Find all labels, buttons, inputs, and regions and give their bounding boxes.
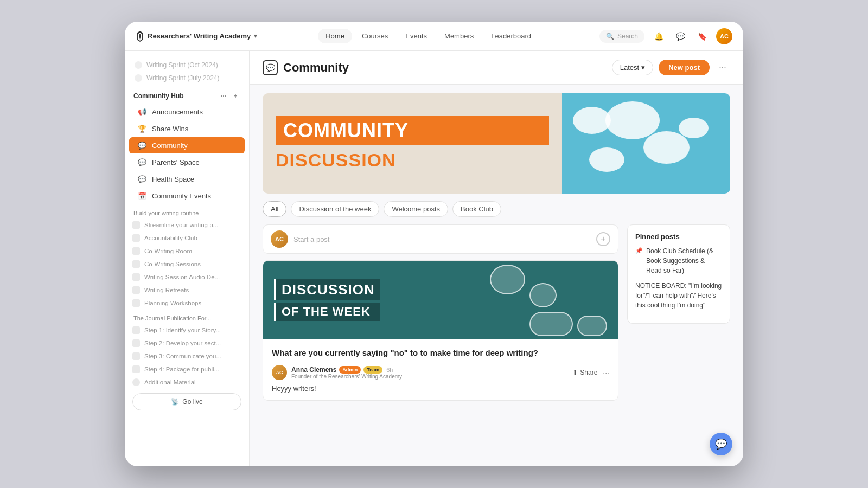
faded-item-icon-0 (135, 61, 142, 69)
nav-center: Home Courses Events Members Leaderboard (268, 29, 589, 43)
journal-sub-3[interactable]: Step 4: Package for publi... (125, 363, 249, 376)
faded-item-1[interactable]: Writing Sprint (July 2024) (130, 72, 244, 85)
author-name-row: Anna Clemens Admin Team 6h (291, 366, 402, 374)
share-wins-icon: 🏆 (138, 124, 146, 133)
bookmark-icon[interactable]: 🔖 (694, 29, 710, 44)
faded-item-icon-1 (135, 74, 142, 82)
journal-sub-2[interactable]: Step 3: Communicate you... (125, 350, 249, 363)
user-avatar[interactable]: AC (716, 28, 732, 44)
notifications-bell[interactable]: 🔔 (651, 29, 666, 44)
sub-item-0[interactable]: Streamline your writing p... (125, 219, 249, 232)
start-post-input[interactable]: AC Start a post + (263, 224, 618, 254)
tab-welcome[interactable]: Welcome posts (384, 201, 448, 217)
sidebar-item-share-wins[interactable]: 🏆 Share Wins (129, 120, 245, 137)
journal-sub-4[interactable]: Additional Material (125, 376, 249, 389)
sub-item-4[interactable]: Writing Session Audio De... (125, 271, 249, 284)
sidebar: Writing Sprint (Oct 2024) Writing Sprint… (125, 51, 250, 466)
journal-sub-0[interactable]: Step 1: Identify your Story... (125, 324, 249, 337)
faded-items: Writing Sprint (Oct 2024) Writing Sprint… (125, 56, 249, 87)
go-live-button[interactable]: 📡 Go live (132, 393, 241, 410)
community-hub-header: Community Hub ··· + (125, 87, 249, 103)
nav-members[interactable]: Members (437, 29, 481, 43)
more-options-button[interactable]: ··· (715, 60, 730, 75)
brand[interactable]: Researchers' Writing Academy ▾ (136, 31, 257, 42)
sub-item-text-4: Writing Session Audio De... (144, 274, 220, 280)
nav-courses[interactable]: Courses (354, 29, 395, 43)
brand-chevron: ▾ (254, 33, 257, 40)
sidebar-item-events[interactable]: 📅 Community Events (129, 188, 245, 204)
nav-events[interactable]: Events (398, 29, 435, 43)
sub-item-5[interactable]: Writing Retreats (125, 284, 249, 297)
author-role: Founder of the Researchers' Writing Acad… (291, 374, 402, 380)
author-name: Anna Clemens (291, 366, 336, 374)
sidebar-item-parents[interactable]: 💬 Parents' Space (129, 154, 245, 170)
brand-name: Researchers' Writing Academy (148, 32, 251, 40)
journal-sub-1[interactable]: Step 2: Develop your sect... (125, 337, 249, 350)
hub-add-btn[interactable]: + (231, 91, 240, 101)
community-actions: Latest ▾ New post ··· (612, 60, 730, 75)
pinned-item-1[interactable]: NOTICE BOARD: "I'm looking for"/"I can h… (635, 281, 722, 310)
sub-item-text-1: Accountability Club (144, 235, 197, 241)
sidebar-item-community[interactable]: 💬 Community (129, 137, 245, 153)
nav-home[interactable]: Home (318, 29, 352, 43)
tab-all[interactable]: All (263, 201, 286, 217)
announcements-label: Announcements (152, 108, 203, 116)
admin-badge: Admin (339, 366, 361, 374)
post-author: AC Anna Clemens Admin Team 6h F (272, 365, 402, 380)
sort-dropdown[interactable]: Latest ▾ (612, 60, 653, 75)
disc-bubble-3 (529, 312, 573, 336)
sub-item-icon-3 (132, 260, 140, 268)
sub-item-1[interactable]: Accountability Club (125, 232, 249, 245)
author-avatar: AC (272, 365, 287, 380)
sub-item-icon-6 (132, 299, 140, 307)
post-placeholder[interactable]: Start a post (293, 235, 591, 243)
search-icon: 🔍 (606, 33, 614, 40)
post-more-button[interactable]: ··· (603, 368, 609, 377)
pinned-title: Pinned posts (635, 233, 722, 241)
share-button[interactable]: ⬆ Share (572, 369, 597, 376)
share-icon: ⬆ (572, 369, 578, 376)
faded-item-label-0: Writing Sprint (Oct 2024) (146, 61, 218, 69)
author-info: Anna Clemens Admin Team 6h Founder of th… (291, 366, 402, 380)
journal-icon-1 (132, 339, 140, 347)
speech-bubble-2 (605, 101, 660, 139)
speech-bubble-5 (679, 118, 709, 138)
faded-item-0[interactable]: Writing Sprint (Oct 2024) (130, 59, 244, 72)
banner-line2: DISCUSSION (276, 150, 549, 171)
sub-item-6[interactable]: Planning Workshops (125, 297, 249, 310)
journal-text-4: Additional Material (144, 379, 196, 386)
pinned-text-0: Book Club Schedule (& Book Suggestions &… (646, 246, 722, 275)
post-time: 6h (386, 367, 393, 373)
share-wins-label: Share Wins (152, 125, 188, 133)
hub-more-btn[interactable]: ··· (219, 91, 228, 101)
posts-column: AC Start a post + DISCUSSION OF THE WEEK (263, 224, 618, 401)
post-add-button[interactable]: + (596, 232, 610, 246)
new-post-button[interactable]: New post (659, 60, 710, 75)
journal-section: The Journal Publication For... (125, 310, 249, 324)
sub-item-icon-5 (132, 286, 140, 294)
sub-item-icon-2 (132, 247, 140, 255)
disc-text-block: DISCUSSION OF THE WEEK (274, 279, 380, 321)
pinned-posts-card: Pinned posts 📌 Book Club Schedule (& Boo… (627, 224, 730, 324)
community-nav-label: Community (152, 142, 188, 150)
sidebar-item-health[interactable]: 💬 Health Space (129, 171, 245, 187)
search-box[interactable]: 🔍 Search (599, 30, 644, 43)
sub-item-3[interactable]: Co-Writing Sessions (125, 258, 249, 271)
nav-leaderboard[interactable]: Leaderboard (483, 29, 539, 43)
events-label: Community Events (152, 192, 211, 200)
community-hub-label: Community Hub (133, 92, 184, 100)
main-layout: Writing Sprint (Oct 2024) Writing Sprint… (125, 51, 743, 466)
brand-icon (136, 31, 144, 42)
pinned-item-0[interactable]: 📌 Book Club Schedule (& Book Suggestions… (635, 246, 722, 275)
sidebar-item-announcements[interactable]: 📢 Announcements (129, 104, 245, 120)
sub-item-icon-4 (132, 273, 140, 281)
sub-item-2[interactable]: Co-Writing Room (125, 245, 249, 258)
disc-banner-line2: OF THE WEEK (274, 303, 380, 321)
tab-book-club[interactable]: Book Club (452, 201, 501, 217)
tab-discussion-week[interactable]: Discussion of the week (291, 201, 379, 217)
chat-icon[interactable]: 💬 (673, 29, 688, 44)
community-title-row: 💬 Community (263, 60, 349, 75)
sort-label: Latest (620, 63, 639, 72)
chat-fab-button[interactable]: 💬 (710, 433, 732, 455)
speech-bubble-3 (643, 131, 690, 164)
